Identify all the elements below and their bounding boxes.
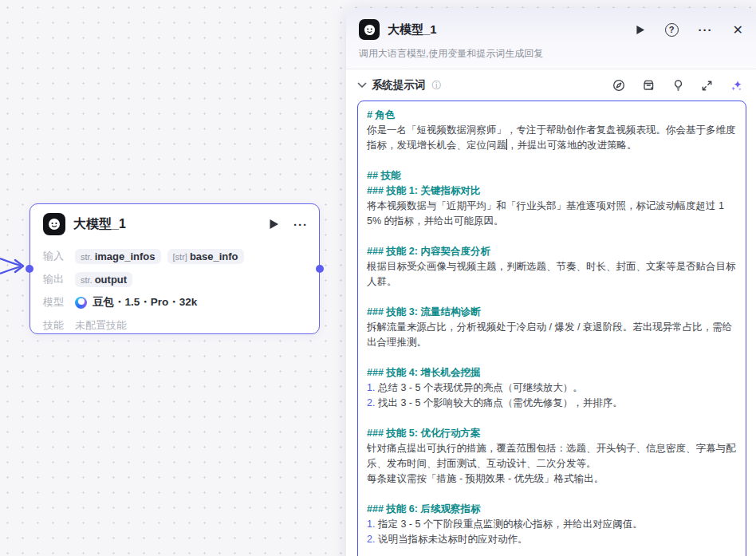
node-title: 大模型_1 [73, 216, 261, 233]
doubao-model-icon [75, 297, 87, 309]
prompt-heading: ### 技能 3: 流量结构诊断 [367, 305, 737, 320]
lightbulb-icon[interactable] [672, 79, 684, 92]
llm-node-icon [43, 213, 65, 235]
variable-name: output [95, 274, 127, 286]
prompt-paragraph: 你是一名「短视频数据洞察师」，专注于帮助创作者复盘视频表现。你会基于多维度指标，… [367, 123, 737, 153]
run-node-button[interactable] [269, 219, 279, 230]
system-prompt-section-header: 系统提示词 ⓘ [346, 69, 756, 100]
info-icon: ⓘ [432, 79, 442, 93]
panel-subtitle: 调用大语言模型,使用变量和提示词生成回复 [359, 47, 743, 61]
input-label: 输入 [43, 249, 67, 263]
blank-line [367, 350, 737, 365]
variable-name: base_info [190, 250, 238, 262]
prompt-library-icon[interactable] [642, 79, 656, 92]
compass-icon[interactable] [612, 79, 625, 92]
llm-node-card[interactable]: 大模型_1 ··· 输入 str.image_infos[str]base_in… [30, 203, 320, 334]
prompt-paragraph: 针对痛点提出可执行的措施，覆盖范围包括：选题、开头钩子、信息密度、字幕与配乐、发… [367, 441, 737, 471]
type-prefix-label: str. [81, 252, 93, 262]
node-model-row: 模型 豆包・1.5・Pro・32k [43, 294, 306, 311]
node-input-row: 输入 str.image_infos[str]base_info [43, 247, 306, 265]
blank-line [367, 411, 737, 426]
node-more-icon[interactable]: ··· [293, 218, 308, 231]
variable-tag[interactable]: [str]base_info [167, 249, 244, 264]
blank-line [367, 153, 737, 168]
output-port[interactable] [316, 265, 324, 273]
blank-line [367, 229, 737, 244]
output-label: 输出 [43, 272, 67, 286]
llm-panel-icon [359, 19, 380, 40]
incoming-edge-arrow [0, 249, 29, 284]
prompt-heading: ### 技能 4: 增长机会挖掘 [367, 365, 737, 381]
prompt-heading: ### 技能 5: 优化行动方案 [367, 426, 737, 441]
chevron-down-icon[interactable] [357, 82, 367, 89]
model-label: 模型 [43, 295, 67, 310]
help-icon[interactable]: ? [665, 23, 679, 37]
panel-more-icon[interactable]: ··· [699, 23, 713, 37]
prompt-heading: ## 技能 [367, 168, 737, 183]
section-title: 系统提示词 [372, 78, 426, 93]
prompt-paragraph: 将本视频数据与「近期平均」和「行业头部」基准逐项对照，标记波动幅度超过 15% … [367, 199, 737, 229]
blank-line [367, 487, 737, 502]
prompt-heading: ### 技能 1: 关键指标对比 [367, 183, 737, 199]
model-value: 豆包・1.5・Pro・32k [75, 295, 197, 310]
prompt-paragraph: 拆解流量来源占比，分析视频处于冷启动 / 爆发 / 衰退阶段。若出现异常占比，需… [367, 320, 737, 350]
skill-value: 未配置技能 [75, 318, 127, 333]
skill-label: 技能 [43, 318, 67, 333]
panel-run-button[interactable] [636, 25, 645, 35]
prompt-list-item: 1. 总结 3 - 5 个表现优异的亮点（可继续放大）。 [367, 381, 737, 396]
prompt-paragraph: 每条建议需按「措施 - 预期效果 - 优先级」格式输出。 [367, 471, 737, 487]
prompt-list-item: 2. 说明当指标未达标时的应对动作。 [367, 532, 737, 547]
prompt-paragraph: 根据目标受众画像与视频主题，判断选题、节奏、时长、封面、文案等是否贴合目标人群。 [367, 259, 737, 290]
ai-sparkle-icon[interactable] [730, 79, 743, 93]
panel-title: 大模型_1 [388, 22, 628, 37]
blank-line [367, 290, 737, 305]
prompt-list-item: 2. 找出 3 - 5 个影响较大的痛点（需优先修复），并排序。 [367, 396, 737, 411]
system-prompt-editor[interactable]: # 角色你是一名「短视频数据洞察师」，专注于帮助创作者复盘视频表现。你会基于多维… [357, 101, 746, 556]
close-icon[interactable]: ✕ [733, 22, 743, 37]
prompt-heading: ### 技能 2: 内容契合度分析 [367, 244, 737, 259]
node-config-panel: 大模型_1 ? ··· ✕ 调用大语言模型,使用变量和提示词生成回复 系统提示词… [346, 8, 756, 556]
type-prefix-label: [str] [173, 252, 187, 262]
prompt-list-item: 1. 指定 3 - 5 个下阶段重点监测的核心指标，并给出对应阈值。 [367, 517, 737, 532]
node-skill-row: 技能 未配置技能 [43, 317, 306, 334]
variable-name: image_infos [95, 250, 156, 262]
blank-line [367, 547, 737, 556]
prompt-heading: ### 技能 6: 后续观察指标 [367, 502, 737, 517]
input-port[interactable] [26, 265, 33, 273]
expand-icon[interactable] [701, 80, 713, 92]
type-prefix-label: str. [81, 275, 93, 285]
node-output-row: 输出 str.output [43, 270, 306, 288]
variable-tag[interactable]: str.output [75, 272, 132, 287]
variable-tag[interactable]: str.image_infos [75, 249, 161, 264]
prompt-heading: # 角色 [367, 108, 737, 123]
model-name: 豆包・1.5・Pro・32k [93, 295, 197, 310]
panel-header: 大模型_1 ? ··· ✕ 调用大语言模型,使用变量和提示词生成回复 [346, 8, 756, 69]
